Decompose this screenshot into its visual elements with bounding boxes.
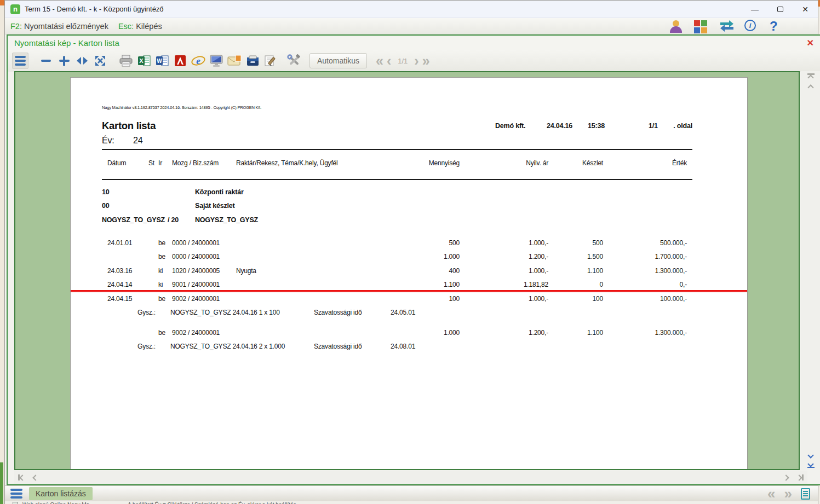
table-header-row: Dátum St Ir Mozg / Biz.szám Raktár/Rekes… <box>102 157 692 169</box>
svg-text:e: e <box>196 56 200 66</box>
divider <box>102 179 692 180</box>
export-pdf-icon[interactable] <box>172 53 188 69</box>
window-title: Term 15 - Demó kft. - k - Központi ügyin… <box>25 5 164 13</box>
document-company: Demó kft. <box>495 122 525 130</box>
menu-key: Esc: <box>118 22 134 31</box>
fit-width-icon[interactable] <box>74 53 90 69</box>
scroll-up-icon[interactable] <box>808 85 813 90</box>
print-icon[interactable] <box>118 53 134 69</box>
divider <box>102 149 692 150</box>
svg-text:W: W <box>157 58 162 64</box>
document-print-date: 24.04.16 <box>547 122 572 130</box>
scroll-right-icon[interactable] <box>779 472 793 483</box>
title-bar: n Term 15 - Demó kft. - k - Központi ügy… <box>5 1 818 18</box>
hint-bullet-icon <box>13 502 18 504</box>
minimize-button[interactable]: — <box>742 1 767 18</box>
scroll-to-top-icon[interactable] <box>807 73 815 80</box>
page-indicator: 1/1 <box>398 57 408 65</box>
last-page-button[interactable]: » <box>422 54 430 68</box>
scroll-to-end-icon[interactable] <box>793 472 807 483</box>
scroll-down-icon[interactable] <box>808 453 813 457</box>
preview-viewport: Nagy Machinátor v8.1.192.87537 2024.04.1… <box>14 71 800 470</box>
page-navigation: « ‹ 1/1 › » <box>376 54 430 68</box>
scroll-to-start-icon[interactable] <box>14 472 28 483</box>
zoom-mode-button[interactable]: Automatikus <box>309 53 367 68</box>
send-email-icon[interactable] <box>226 53 243 69</box>
status-menu-icon[interactable] <box>10 489 22 499</box>
menu-item-exit[interactable]: Esc: Kilépés <box>118 22 162 31</box>
table-row: 24.03.16 ki1020 / 24000005 Nyugta 4001.0… <box>102 264 692 278</box>
hint-left-text: Web alapú Online Nagy Ma... <box>22 501 94 504</box>
document-page: Nagy Machinátor v8.1.192.87537 2024.04.1… <box>70 77 748 470</box>
document-title: Karton lista <box>102 120 156 131</box>
year-label: Év: <box>102 136 133 146</box>
export-word-icon[interactable]: W <box>154 53 170 69</box>
scroll-to-bottom-icon[interactable] <box>807 462 815 468</box>
clipped-hint-strip: Web alapú Online Nagy Ma... - A beállíto… <box>5 501 818 504</box>
vertical-scrollbar[interactable] <box>801 71 820 470</box>
help-icon[interactable]: ? <box>770 20 784 33</box>
first-page-button[interactable]: « <box>376 54 383 68</box>
print-preview-panel: Nyomtatási kép - Karton lista ✕ X W <box>7 34 820 485</box>
menu-key: F2: <box>10 22 22 31</box>
close-button[interactable]: ✕ <box>793 1 818 18</box>
group-row: 10Központi raktár <box>102 185 692 199</box>
menu-bar: F2: Nyomtatási előzmények Esc: Kilépés i… <box>5 18 818 34</box>
panel-title: Nyomtatási kép - Karton lista <box>14 38 119 48</box>
serial-row: Gysz.:NOGYSZ_TO_GYSZ 24.04.16 2 x 1.000 … <box>102 340 692 354</box>
desktop-edge-accent <box>0 0 4 5</box>
preview-toolbar: X W e <box>8 50 820 72</box>
export-excel-icon[interactable]: X <box>136 53 152 69</box>
transfer-arrows-icon[interactable] <box>719 20 733 33</box>
zoom-in-icon[interactable] <box>56 53 72 69</box>
group-row: 00Saját készlet <box>102 199 692 213</box>
status-bar: Karton listázás « » <box>5 485 818 501</box>
group-row: NOGYSZ_TO_GYSZ/ 20NOGYSZ_TO_GYSZ <box>102 213 692 227</box>
menu-label: Nyomtatási előzmények <box>24 22 108 31</box>
open-browser-icon[interactable]: e <box>190 53 207 69</box>
task-next-icon[interactable]: » <box>784 486 792 501</box>
task-tab-karton-listazas[interactable]: Karton listázás <box>29 487 93 500</box>
user-icon[interactable] <box>669 20 683 33</box>
scroll-left-icon[interactable] <box>28 472 43 483</box>
horizontal-scrollbar[interactable] <box>14 471 807 484</box>
table-row: be0000 / 24000001 1.0001.200,- 1.5001.70… <box>102 250 692 264</box>
panel-header: Nyomtatási kép - Karton lista ✕ <box>8 36 820 50</box>
maximize-button[interactable] <box>767 1 793 18</box>
table-row: 24.01.01 be0000 / 24000001 5001.000,- 50… <box>102 236 692 250</box>
task-list-icon[interactable] <box>801 488 810 500</box>
menu-label: Kilépés <box>136 22 162 31</box>
view-screen-icon[interactable] <box>208 53 225 69</box>
document-page-number: 1/1 <box>649 122 658 130</box>
svg-text:X: X <box>139 57 144 64</box>
hint-right-text: - A beállított Év = Cikktörzs / Számlázó… <box>124 501 302 504</box>
desktop-edge <box>0 0 4 504</box>
fit-page-icon[interactable] <box>92 53 108 69</box>
document-meta-line: Nagy Machinátor v8.1.192.87537 2024.04.1… <box>102 78 692 110</box>
panel-close-button[interactable]: ✕ <box>807 38 814 48</box>
info-icon[interactable]: i <box>744 20 759 33</box>
next-page-button[interactable]: › <box>414 54 418 68</box>
year-value: 24 <box>133 136 142 146</box>
document-print-time: 15:38 <box>588 122 605 130</box>
archive-icon[interactable] <box>244 53 261 69</box>
task-prev-icon[interactable]: « <box>767 486 775 501</box>
document-page-suffix: . oldal <box>672 122 692 130</box>
maximize-icon <box>777 7 783 12</box>
table-row: 24.04.15 be9002 / 24000001 1001.000,- 10… <box>102 292 692 306</box>
desktop-edge-accent <box>0 462 3 504</box>
edit-icon[interactable] <box>262 53 279 69</box>
serial-row: Gysz.:NOGYSZ_TO_GYSZ 24.04.16 1 x 100 Sz… <box>102 306 692 320</box>
prev-page-button[interactable]: ‹ <box>387 54 391 68</box>
table-row: 24.04.14 ki9001 / 24000001 1.1001.181,82… <box>102 278 692 292</box>
apps-grid-icon[interactable] <box>694 20 708 33</box>
menu-item-print-history[interactable]: F2: Nyomtatási előzmények <box>10 22 108 31</box>
settings-icon[interactable] <box>286 53 302 69</box>
app-window: n Term 15 - Demó kft. - k - Központi ügy… <box>4 0 818 504</box>
app-logo-icon: n <box>10 4 20 14</box>
menu-icon[interactable] <box>12 53 28 69</box>
zoom-out-icon[interactable] <box>38 53 54 69</box>
table-row: be9002 / 24000001 1.0001.200,- 1.1001.30… <box>102 326 692 340</box>
